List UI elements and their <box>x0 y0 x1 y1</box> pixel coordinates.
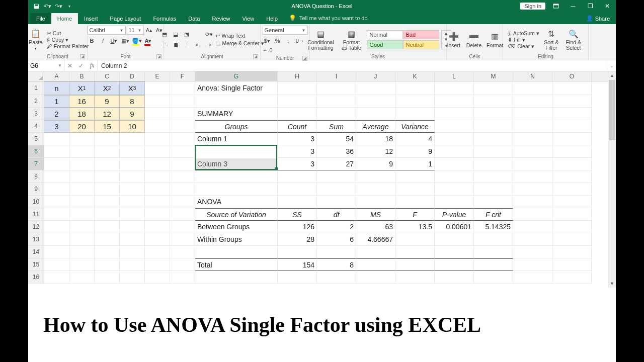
row-header-7[interactable]: 7 <box>28 158 44 170</box>
decrease-indent-icon[interactable]: ⇤ <box>193 40 202 49</box>
cell-O5[interactable] <box>552 133 592 145</box>
cell-O8[interactable] <box>552 170 592 183</box>
cell-L3[interactable] <box>435 108 474 120</box>
cell-L5[interactable] <box>435 133 474 145</box>
cell-B6[interactable] <box>69 145 95 158</box>
percent-format-icon[interactable]: % <box>273 36 282 45</box>
cell-C6[interactable] <box>95 145 120 158</box>
cell-J13[interactable]: 4.66667 <box>356 233 395 246</box>
cell-E6[interactable] <box>145 145 170 158</box>
cell-K11[interactable]: F <box>395 208 435 221</box>
font-color-button[interactable]: A▾ <box>144 36 153 45</box>
undo-icon[interactable]: ↶▾ <box>42 1 52 11</box>
cell-J1[interactable] <box>356 81 395 95</box>
column-header-O[interactable]: O <box>552 71 592 81</box>
cell-M7[interactable] <box>474 158 513 170</box>
cell-G1[interactable]: Anova: Single Factor <box>195 81 278 95</box>
cell-I7[interactable]: 27 <box>317 158 356 170</box>
cell-A15[interactable] <box>44 258 69 271</box>
cell-N15[interactable] <box>513 258 552 271</box>
cell-H11[interactable]: SS <box>278 208 317 221</box>
cell-M6[interactable] <box>474 145 513 158</box>
cell-L1[interactable] <box>435 81 474 95</box>
row-header-10[interactable]: 10 <box>28 196 44 208</box>
cell-O11[interactable] <box>552 208 592 221</box>
scroll-thumb[interactable] <box>609 80 615 140</box>
cell-J3[interactable] <box>356 108 395 120</box>
cell-D1[interactable]: X3 <box>120 81 145 95</box>
cell-A1[interactable]: n <box>44 81 69 95</box>
sort-filter-button[interactable]: ⇅Sort & Filter <box>541 28 561 51</box>
cell-L4[interactable] <box>435 120 474 133</box>
cell-O1[interactable] <box>552 81 592 95</box>
cell-C16[interactable] <box>95 271 120 284</box>
cell-A6[interactable] <box>44 145 69 158</box>
orientation-icon[interactable]: ⟳▾ <box>204 30 213 39</box>
cell-A13[interactable] <box>44 233 69 246</box>
cell-style-neutral[interactable]: Neutral <box>403 40 439 49</box>
cell-C15[interactable] <box>95 258 120 271</box>
cell-E11[interactable] <box>145 208 170 221</box>
cell-L10[interactable] <box>435 196 474 208</box>
decrease-decimal-icon[interactable]: ←.0 <box>263 46 273 55</box>
fx-icon[interactable]: fx <box>87 62 98 69</box>
cell-G16[interactable] <box>195 271 278 284</box>
cell-N2[interactable] <box>513 95 552 108</box>
clear-button[interactable]: ⌫Clear ▾ <box>508 43 539 49</box>
cell-F6[interactable] <box>170 145 195 158</box>
align-bottom-icon[interactable]: ⬔ <box>182 30 191 39</box>
cell-J5[interactable]: 18 <box>356 133 395 145</box>
row-header-5[interactable]: 5 <box>28 133 44 145</box>
enter-formula-icon[interactable]: ✓ <box>75 62 87 69</box>
cell-H2[interactable] <box>278 95 317 108</box>
cell-E9[interactable] <box>145 183 170 196</box>
redo-icon[interactable]: ↷▾ <box>53 1 63 11</box>
cell-O6[interactable] <box>552 145 592 158</box>
cell-G13[interactable]: Within Groups <box>195 233 278 246</box>
cell-A3[interactable]: 2 <box>44 108 69 120</box>
scroll-up-icon[interactable]: ▲ <box>608 71 616 79</box>
close-icon[interactable]: ✕ <box>599 0 616 12</box>
cell-F2[interactable] <box>170 95 195 108</box>
cell-N6[interactable] <box>513 145 552 158</box>
merge-center-button[interactable]: ⬚Merge & Center ▾ <box>215 40 264 46</box>
cell-C1[interactable]: X2 <box>95 81 120 95</box>
cell-O7[interactable] <box>552 158 592 170</box>
cell-K1[interactable] <box>395 81 435 95</box>
expand-formula-bar[interactable]: ⌄ <box>607 60 616 71</box>
cell-C8[interactable] <box>95 170 120 183</box>
cell-I3[interactable] <box>317 108 356 120</box>
tab-formulas[interactable]: Formulas <box>147 13 182 24</box>
tab-insert[interactable]: Insert <box>78 13 104 24</box>
cell-M8[interactable] <box>474 170 513 183</box>
cell-H14[interactable] <box>278 246 317 258</box>
cell-F1[interactable] <box>170 81 195 95</box>
cell-I16[interactable] <box>317 271 356 284</box>
cell-M13[interactable] <box>474 233 513 246</box>
cell-J11[interactable]: MS <box>356 208 395 221</box>
maximize-icon[interactable]: ❐ <box>582 0 599 12</box>
cell-F11[interactable] <box>170 208 195 221</box>
cell-G11[interactable]: Source of Variation <box>195 208 278 221</box>
cell-L16[interactable] <box>435 271 474 284</box>
tab-home[interactable]: Home <box>51 13 78 24</box>
font-dialog-launcher[interactable]: ◢ <box>156 54 162 59</box>
increase-decimal-icon[interactable]: .0→ <box>294 36 304 45</box>
cell-M1[interactable] <box>474 81 513 95</box>
cell-N4[interactable] <box>513 120 552 133</box>
cell-C5[interactable] <box>95 133 120 145</box>
row-header-8[interactable]: 8 <box>28 170 44 183</box>
cell-E15[interactable] <box>145 258 170 271</box>
cells-grid[interactable]: nX1X2X3Anova: Single Factor11698218129SU… <box>44 81 608 284</box>
cell-A14[interactable] <box>44 246 69 258</box>
cell-C4[interactable]: 15 <box>95 120 120 133</box>
cell-L15[interactable] <box>435 258 474 271</box>
cell-G12[interactable]: Between Groups <box>195 221 278 233</box>
cell-N10[interactable] <box>513 196 552 208</box>
row-header-9[interactable]: 9 <box>28 183 44 196</box>
cell-L8[interactable] <box>435 170 474 183</box>
cell-M5[interactable] <box>474 133 513 145</box>
cell-A9[interactable] <box>44 183 69 196</box>
cell-A12[interactable] <box>44 221 69 233</box>
cell-E13[interactable] <box>145 233 170 246</box>
